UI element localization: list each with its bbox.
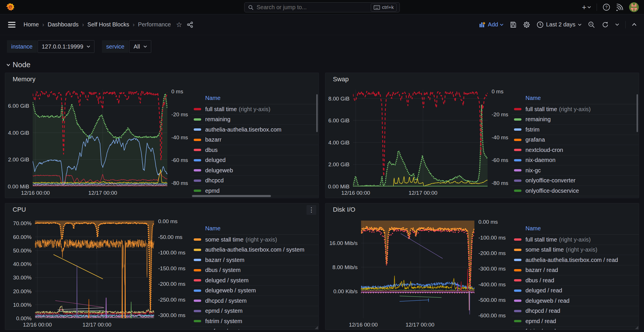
panel-cpu-title[interactable]: CPU [5, 203, 319, 216]
panel-resize-handle[interactable] [635, 326, 638, 329]
legend-item[interactable]: nix-gc [512, 165, 639, 176]
panel-memory-title[interactable]: Memory [5, 73, 319, 86]
legend-item[interactable]: bazarr / system [191, 255, 319, 265]
share-icon[interactable] [187, 22, 193, 28]
panel-resize-handle[interactable] [315, 326, 318, 329]
legend-item[interactable]: authelia-authelia.tiserbox.com [191, 125, 319, 135]
legend-item[interactable]: dhcpcd [191, 176, 319, 186]
legend-item[interactable]: dbus / system [191, 265, 319, 276]
panel-memory: Memory 6.00 GiB4.00 GiB2.00 GiB0.00 MiB0… [5, 73, 319, 198]
legend-item[interactable]: dhcpcd / read [512, 306, 639, 316]
legend-item[interactable]: bazarr [191, 135, 319, 145]
dashboard-settings-button[interactable] [523, 21, 530, 28]
legend-label: dhcpcd / system [205, 298, 247, 304]
legend-item[interactable]: full stall time(right y-axis) [191, 104, 319, 115]
panel-swap-title[interactable]: Swap [325, 73, 639, 86]
legend-item[interactable]: epmd / read [512, 316, 639, 327]
memory-chart[interactable]: 6.00 GiB4.00 GiB2.00 GiB0.00 MiB0 ms-20 … [5, 86, 191, 198]
legend-label: epmd [205, 188, 220, 194]
legend-item[interactable]: fstrim / read [512, 327, 639, 330]
legend-item[interactable]: nextcloud-cron [512, 145, 639, 155]
legend-item[interactable]: epmd [191, 186, 319, 196]
new-menu-button[interactable]: + [582, 3, 591, 11]
user-avatar[interactable] [629, 2, 639, 12]
legend-item[interactable]: dhcpcd / system [191, 296, 319, 306]
help-button[interactable]: ? [603, 3, 610, 11]
legend-item[interactable]: nix-daemon [512, 155, 639, 166]
legend-item[interactable]: full stall time(right y-axis) [512, 104, 639, 115]
save-dashboard-button[interactable] [510, 21, 517, 28]
news-button[interactable] [616, 3, 623, 11]
disk-io-chart[interactable]: 16.00 Mib/s8.00 Mib/s0.00 Kib/s0.00 ms-1… [325, 216, 512, 330]
legend-item[interactable]: fstrim [512, 125, 639, 135]
svg-text:-500.00 ms: -500.00 ms [478, 297, 506, 303]
breadcrumb-item-folder[interactable]: Self Host Blocks [88, 21, 129, 28]
collapse-toolbar-button[interactable] [632, 23, 637, 26]
svg-text:-300.00 ms: -300.00 ms [478, 266, 506, 272]
legend-item[interactable]: some stall time(right y-axis) [512, 245, 639, 255]
legend-horizontal-scrollbar[interactable] [192, 195, 271, 197]
legend-item[interactable]: deluged / read [512, 286, 639, 296]
breadcrumb-item-home[interactable]: Home [24, 21, 39, 28]
svg-text:40.00%: 40.00% [13, 261, 32, 267]
search-icon [248, 5, 254, 10]
legend-label: onlyoffice-converter [525, 177, 575, 184]
legend-header[interactable]: Name [205, 95, 319, 104]
grafana-logo-icon[interactable] [6, 2, 15, 12]
swap-chart[interactable]: 8.00 GiB6.00 GiB4.00 GiB2.00 GiB0.00 MiB… [325, 86, 512, 198]
variable-service-picker[interactable]: All [129, 40, 151, 53]
legend-item[interactable]: grafana / system [191, 327, 319, 330]
legend-item[interactable]: delugeweb / read [512, 296, 639, 306]
legend-item[interactable]: delugeweb [191, 165, 319, 176]
legend-item[interactable]: grafana [512, 135, 639, 145]
refresh-interval-dropdown[interactable] [615, 23, 619, 26]
legend-item[interactable]: authelia-authelia.tiserbox.com / read [512, 255, 639, 265]
add-panel-button[interactable]: Add [479, 21, 503, 28]
legend-item[interactable]: remaining [191, 115, 319, 125]
time-range-picker[interactable]: Last 2 days [537, 21, 581, 28]
cpu-chart[interactable]: 70.00%60.00%50.00%40.00%30.00%20.00%10.0… [5, 216, 191, 330]
legend-header[interactable]: Name [525, 95, 639, 104]
legend-item[interactable]: deluged / system [191, 275, 319, 286]
legend-item[interactable]: onlyoffice-docservice [512, 186, 639, 196]
legend-item[interactable]: bazarr / read [512, 265, 639, 276]
chevron-down-icon [87, 45, 90, 48]
legend-swatch [194, 249, 201, 251]
legend-item[interactable]: postgresql [512, 196, 639, 198]
legend-item[interactable]: full stall time(right y-axis) [512, 235, 639, 245]
legend-item[interactable]: epmd / system [191, 306, 319, 316]
legend-label: deluged [205, 157, 226, 163]
legend-label: dhcpcd [205, 177, 224, 184]
legend-item[interactable]: dbus / read [512, 275, 639, 286]
row-node-header[interactable]: Node [6, 60, 644, 69]
legend-item[interactable]: fstrim / system [191, 316, 319, 327]
variable-instance-picker[interactable]: 127.0.0.1:19999 [38, 40, 95, 53]
zoom-out-time-button[interactable] [588, 21, 595, 28]
menu-toggle-icon[interactable] [7, 21, 16, 28]
legend-item[interactable]: authelia-authelia.tiserbox.com / system [191, 245, 319, 255]
refresh-button[interactable] [602, 21, 609, 28]
legend-item[interactable]: some stall time(right y-axis) [191, 235, 319, 245]
legend-vertical-scrollbar[interactable] [316, 94, 318, 132]
legend-header[interactable]: Name [205, 225, 319, 235]
legend-label: remaining [525, 116, 551, 123]
legend-swatch [514, 118, 521, 121]
panel-disk-io-title[interactable]: Disk I/O [325, 203, 639, 216]
breadcrumb-item-dashboards[interactable]: Dashboards [48, 21, 79, 28]
legend-item[interactable]: deluged [191, 155, 319, 166]
legend-item[interactable]: onlyoffice-converter [512, 176, 639, 186]
search-input[interactable] [257, 4, 371, 11]
legend-swatch [194, 108, 201, 110]
legend-swatch [194, 149, 201, 151]
legend-header[interactable]: Name [525, 225, 639, 235]
search-bar[interactable]: ctrl+k [244, 2, 400, 12]
legend-label: bazarr [205, 136, 222, 143]
legend-item[interactable]: remaining [512, 115, 639, 125]
favorite-star-icon[interactable]: ☆ [176, 21, 182, 29]
legend-item[interactable]: delugeweb / system [191, 286, 319, 296]
legend-item[interactable]: dbus [191, 145, 319, 155]
panel-menu-kebab-icon[interactable]: ⋮ [307, 205, 316, 215]
legend-vertical-scrollbar[interactable] [637, 94, 638, 132]
legend-label-suffix: (right y-axis) [566, 246, 597, 253]
svg-text:-80 ms: -80 ms [492, 180, 508, 186]
